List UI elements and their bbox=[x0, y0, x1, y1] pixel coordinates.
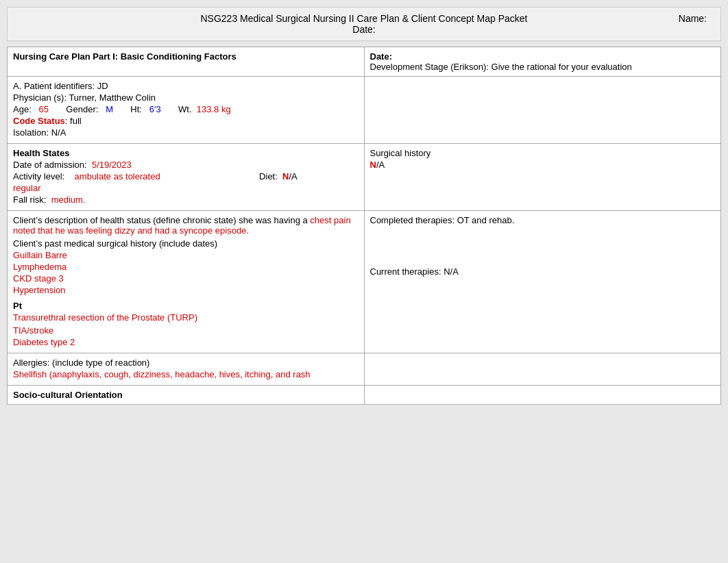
age-label: Age: bbox=[13, 104, 32, 114]
history-item-3: Hypertension bbox=[13, 285, 359, 295]
part1-header-cell: Nursing Care Plan Part I: Basic Conditio… bbox=[8, 47, 365, 77]
pt-diabetes: Diabetes type 2 bbox=[13, 337, 75, 347]
allergies-label-line: Allergies: (include type of reaction) bbox=[13, 358, 359, 368]
diet-label: Diet: bbox=[259, 171, 278, 182]
physician-line: Physician (s): Turner, Matthew Colin bbox=[13, 92, 359, 103]
patient-id-row: A. Patient identifiers: JD Physician (s)… bbox=[8, 77, 721, 144]
history-guillain: Guillain Barre bbox=[13, 250, 67, 260]
socio-cultural-right-cell bbox=[364, 386, 721, 405]
completed-therapies-line: Completed therapies: OT and rehab. bbox=[370, 215, 716, 225]
health-states-label: Health States bbox=[13, 148, 359, 158]
part1-label: Nursing Care Plan Part I: Basic Conditio… bbox=[13, 51, 236, 62]
surgical-a: /A bbox=[376, 160, 385, 170]
health-states-row: Health States Date of admission: 5/19/20… bbox=[8, 144, 721, 211]
allergies-value: Shellfish (anaphylaxis, cough, dizziness… bbox=[13, 369, 311, 379]
code-status-value: : full bbox=[65, 116, 82, 126]
allergies-value-line: Shellfish (anaphylaxis, cough, dizziness… bbox=[13, 369, 359, 379]
pt-item-2: TIA/stroke bbox=[13, 325, 359, 336]
health-states-cell: Health States Date of admission: 5/19/20… bbox=[8, 144, 365, 211]
history-lymphedema: Lymphedema bbox=[13, 262, 66, 272]
activity-diet-line: Activity level: ambulate as tolerated Di… bbox=[13, 171, 359, 182]
header-title: NSG223 Medical Surgical Nursing II Care … bbox=[21, 13, 707, 24]
allergies-right-cell bbox=[364, 353, 721, 386]
pt-turp: Transurethral resection of the Prostate … bbox=[13, 312, 197, 323]
history-item-2: CKD stage 3 bbox=[13, 273, 359, 284]
client-desc-text: Client’s description of health status (d… bbox=[13, 215, 308, 225]
surgical-na: N/A bbox=[370, 160, 716, 170]
allergies-cell: Allergies: (include type of reaction) Sh… bbox=[8, 353, 365, 386]
surgical-history-cell: Surgical history N/A bbox=[364, 144, 721, 211]
fall-risk-line: Fall risk: medium. bbox=[13, 195, 359, 205]
socio-cultural-cell: Socio-cultural Orientation bbox=[8, 386, 365, 405]
pt-label-line: Pt bbox=[13, 301, 359, 311]
date-label-right: Date: bbox=[370, 51, 393, 62]
pt-item-3: Diabetes type 2 bbox=[13, 337, 359, 347]
fall-risk-value: medium. bbox=[51, 195, 86, 205]
physician-text: Physician (s): Turner, Matthew Colin bbox=[13, 92, 156, 103]
socio-cultural-row: Socio-cultural Orientation bbox=[8, 386, 721, 405]
diet-regular: regular bbox=[13, 183, 40, 193]
section-header-row: Nursing Care Plan Part I: Basic Conditio… bbox=[8, 47, 721, 77]
surgical-n: N bbox=[370, 160, 376, 170]
pt-label: Pt bbox=[13, 301, 22, 311]
past-medical-label-line: Client’s past medical surgical history (… bbox=[13, 238, 359, 249]
development-stage: Development Stage (Erikson): Give the ra… bbox=[370, 62, 632, 72]
socio-cultural-label: Socio-cultural Orientation bbox=[13, 390, 359, 400]
wt-label: Wt. bbox=[178, 104, 192, 114]
gender-label: Gender: bbox=[66, 104, 98, 114]
gender-value: M bbox=[106, 104, 113, 114]
code-status-line: Code Status: full bbox=[13, 116, 359, 126]
activity-label: Activity level: bbox=[13, 171, 64, 182]
pt-tia: TIA/stroke bbox=[13, 325, 53, 336]
doa-line: Date of admission: 5/19/2023 bbox=[13, 160, 359, 170]
isolation-text: Isolation: N/A bbox=[13, 127, 66, 138]
date-header-cell: Date: Development Stage (Erikson): Give … bbox=[364, 47, 721, 77]
right-empty-cell-1 bbox=[364, 77, 721, 144]
history-hypertension: Hypertension bbox=[13, 285, 66, 295]
patient-id-text: A. Patient identifiers: JD bbox=[13, 81, 108, 91]
wt-value: 133.8 kg bbox=[197, 104, 231, 114]
history-item-1: Lymphedema bbox=[13, 262, 359, 272]
doa-label: Date of admission: bbox=[13, 160, 87, 170]
client-desc-line: Client’s description of health status (d… bbox=[13, 215, 359, 236]
ht-label: Ht: bbox=[130, 104, 142, 114]
activity-value: ambulate as tolerated bbox=[75, 171, 160, 182]
current-therapies-line: Current therapies: N/A bbox=[370, 266, 716, 277]
allergies-row: Allergies: (include type of reaction) Sh… bbox=[8, 353, 721, 386]
client-desc-row: Client’s description of health status (d… bbox=[8, 211, 721, 353]
therapies-cell: Completed therapies: OT and rehab. Curre… bbox=[364, 211, 721, 353]
past-medical-label: Client’s past medical surgical history (… bbox=[13, 238, 217, 249]
age-value: 65 bbox=[39, 104, 49, 114]
patient-id-line: A. Patient identifiers: JD bbox=[13, 81, 359, 91]
history-ckd: CKD stage 3 bbox=[13, 273, 64, 284]
doa-value: 5/19/2023 bbox=[92, 160, 132, 170]
date-label: Date: bbox=[352, 24, 375, 35]
history-item-0: Guillain Barre bbox=[13, 250, 359, 260]
diet-regular-line: regular bbox=[13, 183, 359, 193]
vitals-line: Age: 65 Gender: M Ht: 6'3 Wt. 133.8 kg bbox=[13, 104, 359, 114]
patient-id-cell: A. Patient identifiers: JD Physician (s)… bbox=[8, 77, 365, 144]
header-name: Name: bbox=[679, 13, 707, 24]
ht-value: 6'3 bbox=[149, 104, 161, 114]
header: NSG223 Medical Surgical Nursing II Care … bbox=[7, 7, 721, 41]
isolation-line: Isolation: N/A bbox=[13, 127, 359, 138]
pt-item-0: Transurethral resection of the Prostate … bbox=[13, 312, 359, 323]
surgical-history-label: Surgical history bbox=[370, 148, 716, 158]
client-desc-cell: Client’s description of health status (d… bbox=[8, 211, 365, 353]
header-date: Date: bbox=[21, 24, 707, 35]
code-status-label: Code Status bbox=[13, 116, 65, 126]
main-content-table: Nursing Care Plan Part I: Basic Conditio… bbox=[7, 47, 721, 405]
fall-risk-label: Fall risk: bbox=[13, 195, 46, 205]
diet-value2: /A bbox=[289, 171, 297, 182]
